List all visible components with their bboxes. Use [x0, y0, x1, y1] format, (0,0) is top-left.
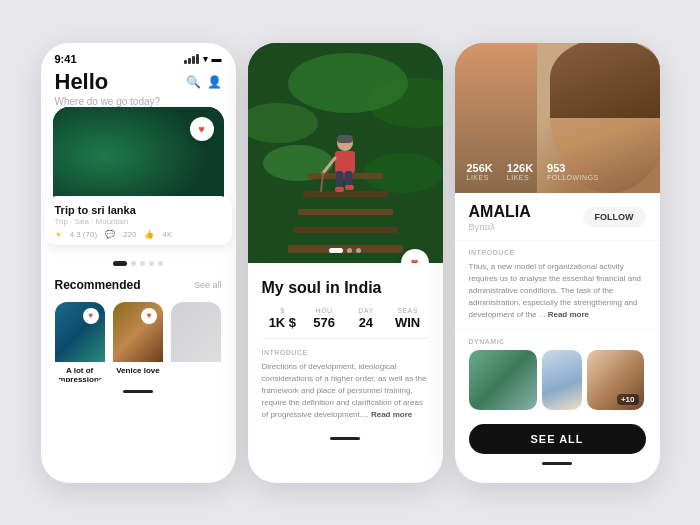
dot-1[interactable] — [113, 261, 127, 266]
screen-3: 256K LIKES 126K LIKES 953 FOLLOWINGS AMA… — [455, 43, 660, 483]
hero-stats: 256K LIKES 126K LIKES 953 FOLLOWINGS — [467, 162, 599, 181]
svg-rect-16 — [335, 187, 344, 192]
stat-hours-value: 576 — [303, 315, 345, 330]
profile-icon[interactable]: 👤 — [207, 75, 222, 89]
comment-icon: 💬 — [105, 230, 115, 239]
rec-favorite-1[interactable]: ♥ — [83, 308, 99, 324]
stat-cost-label: $ — [262, 307, 304, 314]
profile-name: AMALIA — [469, 203, 531, 221]
like-count: 4K — [162, 230, 172, 239]
stat-season-label: SEAS — [387, 307, 429, 314]
svg-rect-13 — [335, 151, 355, 173]
more-count: +10 — [617, 394, 639, 405]
s2-content: My soul in India $ 1K $ HOU 576 DAY 24 S… — [248, 263, 443, 431]
s3-intro-text: Thus, a new model of organizational acti… — [469, 261, 646, 321]
dot-2[interactable] — [131, 261, 136, 266]
s2-scroll-indicator — [330, 437, 360, 440]
svg-rect-9 — [293, 227, 398, 233]
scroll-indicator — [123, 390, 153, 393]
dynamic-thumb-1[interactable] — [469, 350, 537, 410]
stat-cost-value: 1K $ — [262, 315, 304, 330]
rec-label-2: Venice love — [113, 366, 163, 375]
rating: 4.3 (70) — [70, 230, 98, 239]
thumb-image-1 — [469, 350, 537, 410]
s2-stats: $ 1K $ HOU 576 DAY 24 SEAS WIN — [262, 307, 429, 339]
comment-count: 220 — [123, 230, 136, 239]
dot-5[interactable] — [158, 261, 163, 266]
profile-location: Βγπαλ — [469, 222, 531, 232]
rec-item-3 — [171, 302, 221, 382]
carousel-nav — [329, 248, 361, 253]
dot-3[interactable] — [140, 261, 145, 266]
name-location: AMALIA Βγπαλ — [469, 203, 531, 232]
stat-cost: $ 1K $ — [262, 307, 304, 330]
rec-label-1: A lot of impressions — [55, 366, 105, 382]
wifi-icon: ▾ — [203, 54, 208, 64]
screen-2: ♥ My soul in India $ 1K $ HOU 576 DAY 24… — [248, 43, 443, 483]
s2-readmore[interactable]: Read more — [371, 410, 412, 419]
stat-days: DAY 24 — [345, 307, 387, 330]
stat-followings-value: 953 — [547, 162, 599, 174]
dot-4[interactable] — [149, 261, 154, 266]
stat-likes2-value: 126K — [507, 162, 533, 174]
header-actions: 🔍 👤 — [186, 69, 222, 89]
s3-hero-image: 256K LIKES 126K LIKES 953 FOLLOWINGS — [455, 43, 660, 193]
svg-rect-18 — [337, 135, 353, 143]
stat-days-label: DAY — [345, 307, 387, 314]
like-icon: 👍 — [144, 230, 154, 239]
stat-likes2: 126K LIKES — [507, 162, 533, 181]
svg-point-3 — [288, 53, 408, 113]
s2-dot-3[interactable] — [356, 248, 361, 253]
time: 9:41 — [55, 53, 77, 65]
svg-rect-8 — [298, 209, 393, 215]
dynamic-thumb-3[interactable]: +10 — [587, 350, 644, 410]
stat-followings-label: FOLLOWINGS — [547, 174, 599, 181]
signal-icon — [184, 54, 199, 64]
card-title: Trip to sri lanka — [55, 204, 222, 216]
hair — [550, 43, 660, 118]
greeting-title: Hello — [55, 69, 161, 95]
stat-followings: 953 FOLLOWINGS — [547, 162, 599, 181]
rec-favorite-2[interactable]: ♥ — [141, 308, 157, 324]
follow-button[interactable]: FOLLOW — [583, 207, 646, 227]
screen-1: 9:41 ▾ ▬ Hello Where do we go today? 🔍 👤 — [41, 43, 236, 483]
s3-introduce: INTRODUCE Thus, a new model of organizat… — [455, 241, 660, 330]
see-all-button[interactable]: See all — [194, 280, 222, 290]
svg-rect-7 — [303, 191, 388, 197]
s2-title: My soul in India — [262, 279, 429, 297]
stat-season: SEAS WIN — [387, 307, 429, 330]
s3-dynamic-grid: +10 — [469, 350, 646, 410]
stat-hours-label: HOU — [303, 307, 345, 314]
favorite-button[interactable]: ♥ — [190, 117, 214, 141]
search-icon[interactable]: 🔍 — [186, 75, 201, 89]
s2-dot-2[interactable] — [347, 248, 352, 253]
hero-card: Trip to sri lanka Trip · Sea · Mountain … — [45, 196, 232, 245]
s2-description: Directions of development, ideological c… — [262, 361, 429, 421]
stat-likes: 256K LIKES — [467, 162, 493, 181]
scene-svg — [248, 43, 443, 263]
star-icon: ★ — [55, 230, 62, 239]
rec-item-2[interactable]: ♥ Venice love — [113, 302, 163, 382]
s2-dot-1[interactable] — [329, 248, 343, 253]
recommended-grid: ♥ A lot of impressions ♥ Venice love — [41, 302, 236, 382]
hero-section: ♥ Trip to sri lanka Trip · Sea · Mountai… — [41, 107, 236, 227]
dynamic-thumb-2[interactable] — [542, 350, 582, 410]
svg-rect-17 — [345, 185, 354, 190]
card-meta: ★ 4.3 (70) 💬 220 👍 4K — [55, 230, 222, 239]
s3-dynamic-label: DYNAMIC — [469, 338, 646, 345]
rec-image-3 — [171, 302, 221, 362]
see-all-button[interactable]: SEE ALL — [469, 424, 646, 454]
stat-likes2-label: LIKES — [507, 174, 533, 181]
carousel-dots — [41, 261, 236, 270]
s2-introduce-label: INTRODUCE — [262, 349, 429, 356]
stat-season-value: WIN — [387, 315, 429, 330]
rec-item-1[interactable]: ♥ A lot of impressions — [55, 302, 105, 382]
svg-rect-14 — [336, 171, 343, 189]
stat-likes-label: LIKES — [467, 174, 493, 181]
s3-profile: AMALIA Βγπαλ FOLLOW — [455, 193, 660, 241]
greeting-subtitle: Where do we go today? — [55, 96, 161, 107]
battery-icon: ▬ — [212, 53, 222, 64]
recommended-label: Recommended — [55, 278, 141, 292]
stat-likes-value: 256K — [467, 162, 493, 174]
s3-readmore[interactable]: Read more — [548, 310, 589, 319]
